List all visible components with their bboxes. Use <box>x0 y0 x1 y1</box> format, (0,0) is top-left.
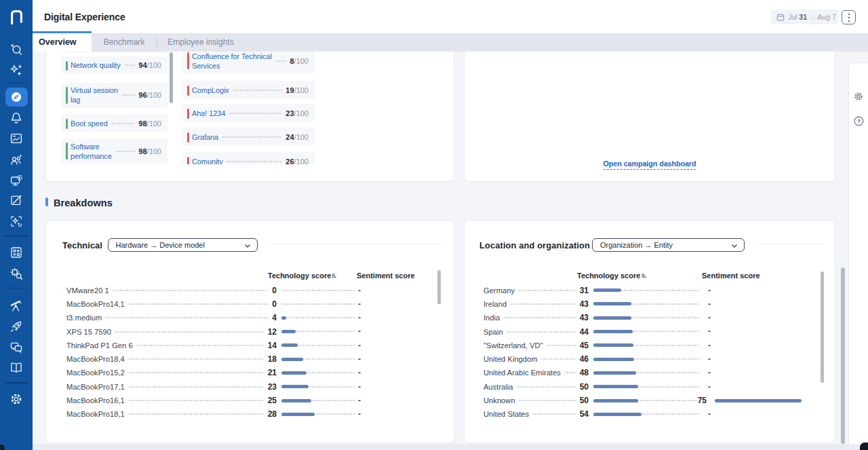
svg-text:?: ? <box>857 117 861 125</box>
